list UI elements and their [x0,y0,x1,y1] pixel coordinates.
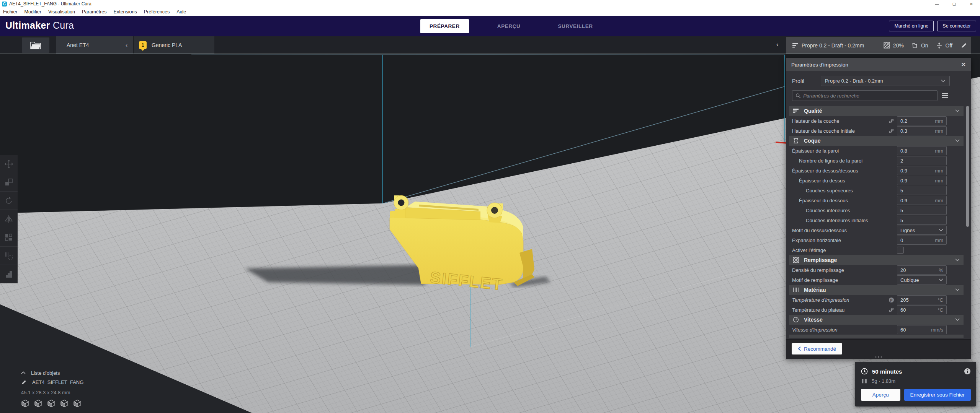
setting-value-field[interactable]: 5 [897,216,947,225]
setting-value-field[interactable]: 5 [897,186,947,195]
menu-parametres[interactable]: Paramètres [82,9,107,15]
material-usage-estimate: 5g · 1.83m [872,378,895,384]
3d-view-button[interactable] [21,399,29,408]
function-icon [889,297,894,303]
setting-value-field[interactable]: 2 [897,156,947,165]
summary-profile: Propre 0.2 - Draft - 0.2mm [802,42,864,49]
open-file-button[interactable] [22,37,49,53]
setting-label: Nombre de lignes de la paroi [799,158,862,164]
setting-value-field[interactable]: 0.2mm [897,116,947,125]
app-header: Ultimaker Cura PRÉPARERAPERÇUSURVEILLER … [0,16,980,36]
summary-support: On [921,42,928,49]
stage-tab-apercu[interactable]: APERÇU [488,19,530,33]
material-selector[interactable]: 1 Generic PLA [133,36,214,54]
minimize-button[interactable]: — [928,0,946,8]
object-name-row[interactable]: AET4_SIFFLET_FANG [21,377,83,387]
front-view-button[interactable] [34,399,42,408]
info-icon[interactable] [964,368,971,375]
menu-extensions[interactable]: Extensions [114,9,137,15]
setting-value-field[interactable]: 0.9mm [897,176,947,185]
rotate-tool-button[interactable] [0,192,18,210]
settings-category-remplissage[interactable]: Remplissage [789,255,964,265]
setting-row: Épaisseur du dessous0.9mm [786,195,971,205]
settings-category-vitesse[interactable]: Vitesse [789,315,964,325]
edit-pencil-icon[interactable] [961,42,967,49]
setting-value-field[interactable]: 20% [897,265,947,275]
settings-scrollbar[interactable] [966,106,969,227]
settings-category-qualite[interactable]: Qualité [789,106,964,116]
settings-panel-header: Paramètres d'impression ✕ [786,58,971,71]
menu-preferences[interactable]: Préférences [144,9,170,15]
recommended-mode-button[interactable]: Recommandé [792,343,842,354]
stage-tab-surveiller[interactable]: SURVEILLER [549,19,602,33]
mirror-tool-button[interactable] [0,210,18,228]
settings-search[interactable] [792,90,938,101]
caret-up-icon [21,371,26,374]
support-icon [911,42,918,49]
setting-row: Hauteur de la couche initiale0.3mm [786,126,971,136]
collapse-settings-icon[interactable]: ‹ [776,41,778,47]
setting-label: Activer l'étirage [792,247,826,253]
panel-resize-grip[interactable] [875,356,882,358]
sign-in-button[interactable]: Se connecter [937,21,976,31]
object-info: Liste d'objets AET4_SIFFLET_FANG 45.1 x … [21,368,83,408]
setting-value-field[interactable]: 205°C [897,295,947,304]
left-view-button[interactable] [60,399,69,408]
printer-selector[interactable]: Anet ET4 ‹ [56,36,133,54]
setting-label: Température du plateau [792,307,844,313]
setting-label: Épaisseur du dessous [799,198,848,203]
search-input[interactable] [803,93,934,99]
scale-tool-button[interactable] [0,173,18,192]
top-view-button[interactable] [47,399,56,408]
setting-label: Hauteur de la couche initiale [792,128,855,134]
setting-value-field[interactable]: 5 [897,206,947,215]
object-name: AET4_SIFFLET_FANG [32,379,83,385]
setting-value-field[interactable]: 60°C [897,305,947,314]
setting-row: Température d'impression205°C [786,295,971,305]
setting-value-field[interactable]: 0.9mm [897,166,947,175]
settings-category-coque[interactable]: Coque [789,136,964,146]
chevron-down-icon [939,278,943,281]
menu-visualisation[interactable]: Visualisation [48,9,75,15]
save-to-file-button[interactable]: Enregistrer sous Fichier [904,389,971,401]
menu-modifier[interactable]: Modifier [24,9,41,15]
close-button[interactable]: ✕ [963,0,980,8]
right-view-button[interactable] [73,399,82,408]
print-time-estimate: 50 minutes [872,368,902,375]
menu-aide[interactable]: Aide [176,9,186,15]
speed-icon [793,317,799,323]
material-name: Generic PLA [152,42,182,48]
app-icon: C [2,2,7,7]
print-settings-panel: Paramètres d'impression ✕ Profil Propre … [786,58,971,359]
setting-value-field[interactable]: 0.9mm [897,196,947,205]
collapse-printer-icon[interactable]: ‹ [126,42,127,48]
setting-value-field[interactable]: 0.3mm [897,126,947,135]
settings-menu-icon[interactable] [942,93,948,98]
support-blocker-tool-button[interactable] [0,247,18,265]
per-model-settings-tool-button[interactable] [0,228,18,247]
setting-value-field[interactable]: 0.8mm [897,146,947,155]
setting-label: Couches supérieures [806,188,853,193]
stage-tab-preparer[interactable]: PRÉPARER [420,19,469,33]
preview-button[interactable]: Aperçu [861,389,900,401]
setting-dropdown[interactable]: Cubique [897,275,947,285]
setting-checkbox[interactable] [897,247,904,254]
settings-category-materiau[interactable]: Matériau [789,285,964,295]
mesh-tools-tool-button[interactable] [0,265,18,283]
profile-dropdown[interactable]: Propre 0.2 - Draft - 0.2mm [821,76,950,86]
marketplace-button[interactable]: Marché en ligne [889,21,934,31]
setting-row: Épaisseur de la paroi0.8mm [786,146,971,156]
setting-row: Couches supérieures5 [786,185,971,195]
per-model-settings-icon [4,233,13,242]
object-list-toggle[interactable]: Liste d'objets [21,368,83,377]
close-settings-icon[interactable]: ✕ [961,61,966,68]
print-settings-summary-bar[interactable]: Propre 0.2 - Draft - 0.2mm 20% On Off [786,37,971,54]
move-tool-button[interactable] [0,155,18,173]
setting-value-field[interactable]: 60mm/s [897,325,947,334]
maximize-button[interactable]: ▢ [946,0,963,8]
rename-pencil-icon[interactable] [21,379,27,385]
setting-value-field[interactable]: 0mm [897,236,947,245]
setting-dropdown[interactable]: Lignes [897,226,947,235]
menu-fichier[interactable]: Fichier [3,9,18,15]
infill-icon [793,257,799,263]
